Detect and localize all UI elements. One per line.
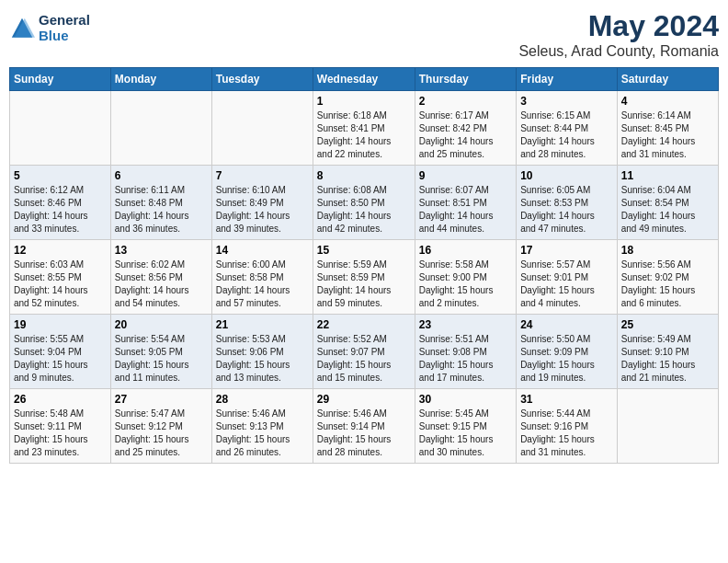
day-number: 14 <box>216 244 309 257</box>
day-number: 31 <box>520 393 613 406</box>
column-header-monday: Monday <box>110 68 211 91</box>
day-cell: 15Sunrise: 5:59 AM Sunset: 8:59 PM Dayli… <box>313 240 415 315</box>
day-info: Sunrise: 5:44 AM Sunset: 9:16 PM Dayligh… <box>520 408 613 459</box>
day-info: Sunrise: 6:10 AM Sunset: 8:49 PM Dayligh… <box>216 184 309 236</box>
day-cell: 31Sunrise: 5:44 AM Sunset: 9:16 PM Dayli… <box>517 389 618 464</box>
logo: General Blue <box>9 13 90 43</box>
day-number: 23 <box>419 318 512 331</box>
day-cell: 18Sunrise: 5:56 AM Sunset: 9:02 PM Dayli… <box>617 240 718 315</box>
day-info: Sunrise: 5:45 AM Sunset: 9:15 PM Dayligh… <box>419 408 512 459</box>
day-number: 21 <box>216 318 309 331</box>
day-number: 13 <box>115 244 208 257</box>
day-cell: 19Sunrise: 5:55 AM Sunset: 9:04 PM Dayli… <box>10 315 111 389</box>
day-info: Sunrise: 6:07 AM Sunset: 8:51 PM Dayligh… <box>419 184 512 236</box>
day-number: 9 <box>419 169 512 182</box>
day-number: 18 <box>621 244 714 257</box>
day-number: 6 <box>115 169 208 182</box>
day-cell <box>10 91 111 166</box>
day-cell: 10Sunrise: 6:05 AM Sunset: 8:53 PM Dayli… <box>517 166 618 240</box>
column-header-wednesday: Wednesday <box>313 68 415 91</box>
day-info: Sunrise: 5:59 AM Sunset: 8:59 PM Dayligh… <box>317 259 411 310</box>
day-info: Sunrise: 5:50 AM Sunset: 9:09 PM Dayligh… <box>520 333 613 385</box>
title-block: May 2024 Seleus, Arad County, Romania <box>518 9 719 60</box>
calendar-table: SundayMondayTuesdayWednesdayThursdayFrid… <box>9 67 719 464</box>
day-info: Sunrise: 6:12 AM Sunset: 8:46 PM Dayligh… <box>14 184 107 236</box>
day-cell: 21Sunrise: 5:53 AM Sunset: 9:06 PM Dayli… <box>211 315 313 389</box>
day-info: Sunrise: 5:57 AM Sunset: 9:01 PM Dayligh… <box>520 259 613 310</box>
day-cell: 4Sunrise: 6:14 AM Sunset: 8:45 PM Daylig… <box>617 91 718 166</box>
day-info: Sunrise: 5:46 AM Sunset: 9:14 PM Dayligh… <box>317 408 411 459</box>
day-number: 22 <box>317 318 411 331</box>
day-number: 20 <box>115 318 208 331</box>
column-header-saturday: Saturday <box>617 68 718 91</box>
day-info: Sunrise: 6:00 AM Sunset: 8:58 PM Dayligh… <box>216 259 309 310</box>
day-info: Sunrise: 6:17 AM Sunset: 8:42 PM Dayligh… <box>419 109 512 161</box>
day-cell: 22Sunrise: 5:52 AM Sunset: 9:07 PM Dayli… <box>313 315 415 389</box>
main-title: May 2024 <box>518 9 719 43</box>
day-number: 1 <box>317 95 411 108</box>
day-cell: 1Sunrise: 6:18 AM Sunset: 8:41 PM Daylig… <box>313 91 415 166</box>
day-info: Sunrise: 5:55 AM Sunset: 9:04 PM Dayligh… <box>14 333 107 385</box>
day-cell: 28Sunrise: 5:46 AM Sunset: 9:13 PM Dayli… <box>211 389 313 464</box>
column-header-thursday: Thursday <box>415 68 516 91</box>
day-cell: 9Sunrise: 6:07 AM Sunset: 8:51 PM Daylig… <box>415 166 516 240</box>
page-header: General Blue May 2024 Seleus, Arad Count… <box>9 9 719 60</box>
day-info: Sunrise: 6:05 AM Sunset: 8:53 PM Dayligh… <box>520 184 613 236</box>
day-info: Sunrise: 5:56 AM Sunset: 9:02 PM Dayligh… <box>621 259 714 310</box>
day-cell: 30Sunrise: 5:45 AM Sunset: 9:15 PM Dayli… <box>415 389 516 464</box>
week-row-1: 1Sunrise: 6:18 AM Sunset: 8:41 PM Daylig… <box>10 91 719 166</box>
day-number: 7 <box>216 169 309 182</box>
day-info: Sunrise: 5:46 AM Sunset: 9:13 PM Dayligh… <box>216 408 309 459</box>
day-cell: 5Sunrise: 6:12 AM Sunset: 8:46 PM Daylig… <box>10 166 111 240</box>
day-number: 24 <box>520 318 613 331</box>
day-info: Sunrise: 6:18 AM Sunset: 8:41 PM Dayligh… <box>317 109 411 161</box>
day-cell: 11Sunrise: 6:04 AM Sunset: 8:54 PM Dayli… <box>617 166 718 240</box>
column-header-sunday: Sunday <box>10 68 111 91</box>
day-cell: 14Sunrise: 6:00 AM Sunset: 8:58 PM Dayli… <box>211 240 313 315</box>
week-row-3: 12Sunrise: 6:03 AM Sunset: 8:55 PM Dayli… <box>10 240 719 315</box>
day-cell: 24Sunrise: 5:50 AM Sunset: 9:09 PM Dayli… <box>517 315 618 389</box>
logo-text: General Blue <box>39 13 90 43</box>
day-cell: 23Sunrise: 5:51 AM Sunset: 9:08 PM Dayli… <box>415 315 516 389</box>
day-cell: 2Sunrise: 6:17 AM Sunset: 8:42 PM Daylig… <box>415 91 516 166</box>
day-info: Sunrise: 6:08 AM Sunset: 8:50 PM Dayligh… <box>317 184 411 236</box>
day-info: Sunrise: 5:51 AM Sunset: 9:08 PM Dayligh… <box>419 333 512 385</box>
day-number: 27 <box>115 393 208 406</box>
day-number: 16 <box>419 244 512 257</box>
day-cell <box>617 389 718 464</box>
day-number: 26 <box>14 393 107 406</box>
day-cell: 16Sunrise: 5:58 AM Sunset: 9:00 PM Dayli… <box>415 240 516 315</box>
day-number: 10 <box>520 169 613 182</box>
day-cell: 27Sunrise: 5:47 AM Sunset: 9:12 PM Dayli… <box>110 389 211 464</box>
day-cell: 6Sunrise: 6:11 AM Sunset: 8:48 PM Daylig… <box>110 166 211 240</box>
day-info: Sunrise: 5:53 AM Sunset: 9:06 PM Dayligh… <box>216 333 309 385</box>
day-info: Sunrise: 5:54 AM Sunset: 9:05 PM Dayligh… <box>115 333 208 385</box>
day-info: Sunrise: 6:03 AM Sunset: 8:55 PM Dayligh… <box>14 259 107 310</box>
day-number: 3 <box>520 95 613 108</box>
column-header-tuesday: Tuesday <box>211 68 313 91</box>
day-number: 17 <box>520 244 613 257</box>
day-info: Sunrise: 6:02 AM Sunset: 8:56 PM Dayligh… <box>115 259 208 310</box>
day-cell: 25Sunrise: 5:49 AM Sunset: 9:10 PM Dayli… <box>617 315 718 389</box>
day-cell: 12Sunrise: 6:03 AM Sunset: 8:55 PM Dayli… <box>10 240 111 315</box>
week-row-4: 19Sunrise: 5:55 AM Sunset: 9:04 PM Dayli… <box>10 315 719 389</box>
day-cell: 17Sunrise: 5:57 AM Sunset: 9:01 PM Dayli… <box>517 240 618 315</box>
day-cell: 13Sunrise: 6:02 AM Sunset: 8:56 PM Dayli… <box>110 240 211 315</box>
day-info: Sunrise: 6:04 AM Sunset: 8:54 PM Dayligh… <box>621 184 714 236</box>
day-number: 12 <box>14 244 107 257</box>
day-number: 29 <box>317 393 411 406</box>
day-info: Sunrise: 5:49 AM Sunset: 9:10 PM Dayligh… <box>621 333 714 385</box>
day-cell <box>211 91 313 166</box>
day-cell: 29Sunrise: 5:46 AM Sunset: 9:14 PM Dayli… <box>313 389 415 464</box>
day-info: Sunrise: 5:52 AM Sunset: 9:07 PM Dayligh… <box>317 333 411 385</box>
day-cell: 3Sunrise: 6:15 AM Sunset: 8:44 PM Daylig… <box>517 91 618 166</box>
day-cell: 26Sunrise: 5:48 AM Sunset: 9:11 PM Dayli… <box>10 389 111 464</box>
header-row: SundayMondayTuesdayWednesdayThursdayFrid… <box>10 68 719 91</box>
day-number: 28 <box>216 393 309 406</box>
week-row-2: 5Sunrise: 6:12 AM Sunset: 8:46 PM Daylig… <box>10 166 719 240</box>
day-number: 30 <box>419 393 512 406</box>
day-number: 2 <box>419 95 512 108</box>
week-row-5: 26Sunrise: 5:48 AM Sunset: 9:11 PM Dayli… <box>10 389 719 464</box>
day-info: Sunrise: 6:15 AM Sunset: 8:44 PM Dayligh… <box>520 109 613 161</box>
day-info: Sunrise: 5:58 AM Sunset: 9:00 PM Dayligh… <box>419 259 512 310</box>
